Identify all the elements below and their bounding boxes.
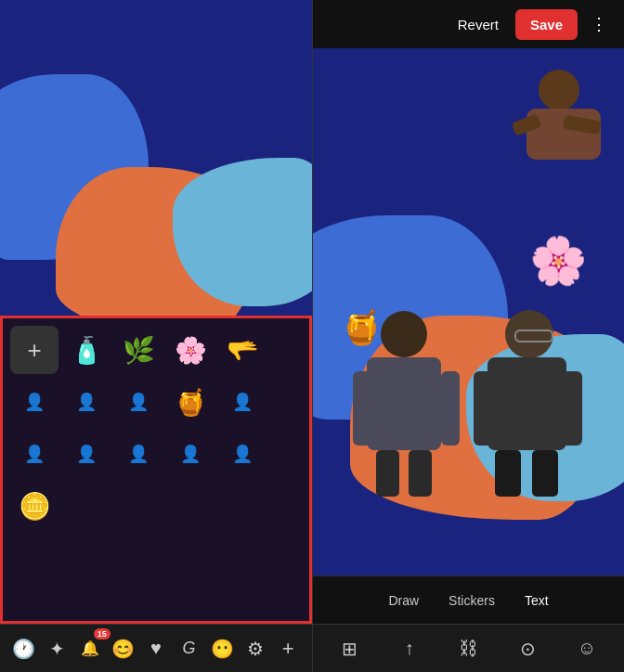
canvas-sticker-tree[interactable]: 🌸: [529, 234, 587, 288]
sticker-row-2: 👤 👤 👤 🍯 👤: [10, 378, 302, 426]
sticker-hand[interactable]: 🫳: [218, 326, 266, 374]
svg-rect-11: [488, 357, 566, 450]
svg-rect-13: [562, 371, 582, 446]
svg-rect-8: [376, 450, 399, 497]
save-button[interactable]: Save: [515, 9, 578, 40]
badge-nav-item[interactable]: 🔔 15: [73, 632, 107, 666]
toolbar-draw[interactable]: Draw: [388, 593, 419, 608]
notification-badge: 15: [94, 628, 110, 640]
svg-rect-5: [367, 357, 441, 450]
canvas-person-left: [348, 306, 469, 501]
svg-rect-15: [532, 450, 558, 497]
sticker-tree[interactable]: 🌸: [166, 326, 214, 374]
right-header: Revert Save ⋮: [313, 0, 624, 48]
sticker-person-5[interactable]: 👤: [10, 430, 58, 478]
revert-button[interactable]: Revert: [448, 11, 508, 38]
canvas-person-top: [475, 67, 615, 178]
svg-rect-9: [409, 450, 432, 497]
plus-nav-icon[interactable]: +: [272, 632, 306, 666]
sticker-row-3: 👤 👤 👤 👤 👤: [10, 430, 302, 478]
canvas-persons-bottom: [313, 297, 624, 501]
sticker-person-4[interactable]: 👤: [218, 378, 266, 426]
canvas-person-right: [469, 306, 590, 501]
bottom-icons-right: ⊞ ↑ ⛓ ⊙ ☺: [313, 624, 624, 672]
sticker-person-1[interactable]: 👤: [10, 378, 58, 426]
svg-point-10: [505, 310, 553, 358]
svg-rect-12: [474, 371, 494, 446]
sticker-plant[interactable]: 🌿: [114, 326, 162, 374]
emoji-nav-icon[interactable]: 😊: [107, 632, 140, 666]
clock-icon[interactable]: 🕐: [7, 632, 41, 666]
sticker-person-7[interactable]: 👤: [114, 430, 162, 478]
sticker-person-3[interactable]: 👤: [114, 378, 162, 426]
sticker-person-2[interactable]: 👤: [62, 378, 110, 426]
toolbar-stickers[interactable]: Stickers: [448, 593, 495, 608]
sticker-face-icon[interactable]: ☺: [570, 632, 604, 666]
svg-rect-14: [495, 450, 521, 497]
share-icon[interactable]: ↑: [393, 632, 426, 666]
settings-nav-icon[interactable]: ⚙: [239, 632, 272, 666]
sticker-jar[interactable]: 🍯: [166, 378, 214, 426]
sticker-row-4: 🪙: [10, 482, 302, 530]
sticker-row-1: + 🧴 🌿 🌸 🫳: [10, 326, 302, 374]
more-options-button[interactable]: ⋮: [585, 10, 613, 38]
sticker-person-8[interactable]: 👤: [166, 430, 214, 478]
star-icon[interactable]: ✦: [41, 632, 74, 666]
sticker-person-6[interactable]: 👤: [62, 430, 110, 478]
sticker-spray[interactable]: 🧴: [62, 326, 110, 374]
svg-rect-6: [353, 371, 371, 446]
link-icon[interactable]: ⛓: [451, 632, 485, 666]
svg-rect-7: [441, 371, 460, 446]
sticker-person-9[interactable]: 👤: [218, 430, 266, 478]
cursive-nav-icon[interactable]: G: [173, 632, 206, 666]
sticker-panel: + 🧴 🌿 🌸 🫳 👤 👤 👤 🍯 👤 👤 👤 👤 👤 👤 🪙: [0, 316, 312, 624]
grid-icon[interactable]: ⊞: [333, 632, 367, 666]
svg-point-4: [381, 311, 427, 357]
bottom-nav-left: 🕐 ✦ 🔔 15 😊 ♥ G 😶 ⚙ +: [0, 624, 312, 672]
timer-icon[interactable]: ⊙: [511, 632, 544, 666]
sticker-coin[interactable]: 🪙: [10, 482, 58, 530]
left-canvas-preview: [0, 0, 312, 316]
right-canvas: 🌸 🍯: [313, 48, 624, 575]
bottom-toolbar: Draw Stickers Text: [313, 575, 624, 624]
face-nav-icon[interactable]: 😶: [205, 632, 239, 666]
add-sticker-button[interactable]: +: [10, 326, 58, 374]
right-panel: Revert Save ⋮ 🌸 🍯: [313, 0, 624, 672]
svg-point-0: [539, 70, 579, 110]
heart-nav-icon[interactable]: ♥: [139, 632, 173, 666]
left-panel: + 🧴 🌿 🌸 🫳 👤 👤 👤 🍯 👤 👤 👤 👤 👤 👤 🪙: [0, 0, 312, 672]
toolbar-text[interactable]: Text: [525, 593, 549, 608]
